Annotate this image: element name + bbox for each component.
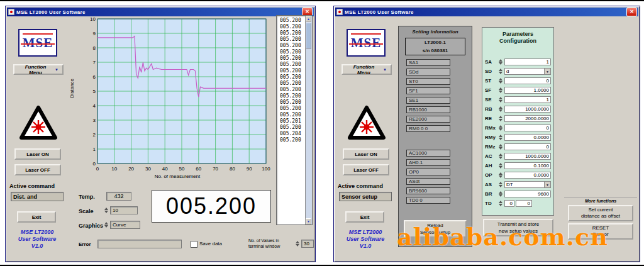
spin-down-icon[interactable] <box>499 109 502 112</box>
scrollbar[interactable]: ▲ ▼ <box>305 16 312 224</box>
spinner-control[interactable] <box>498 78 503 84</box>
terminal-count-stepper[interactable]: 30 <box>295 240 314 248</box>
spin-up-icon[interactable] <box>499 125 502 128</box>
error-field[interactable] <box>97 240 182 248</box>
function-menu-button[interactable]: Function Menu ▼ <box>13 64 64 75</box>
param-dropdown[interactable]: d▼ <box>504 68 551 75</box>
function-menu-button[interactable]: Function Menu ▼ <box>341 64 392 75</box>
spinner-control[interactable] <box>498 69 503 74</box>
spin-down-icon[interactable] <box>499 138 502 140</box>
spinner-control[interactable] <box>498 135 503 140</box>
set-offset-button[interactable]: Set current distance as offset <box>568 205 633 221</box>
spinner-control[interactable] <box>498 153 503 159</box>
param-field[interactable]: 0 <box>516 200 532 207</box>
param-field[interactable]: 1000.0000 <box>504 106 551 113</box>
param-field[interactable]: 1000.0000 <box>504 153 551 160</box>
spinner-control[interactable] <box>104 208 109 213</box>
param-field[interactable]: 0 <box>504 143 551 150</box>
graphics-stepper[interactable]: Curve <box>104 221 140 229</box>
spin-down-icon[interactable] <box>499 175 502 178</box>
scrollbar-thumb[interactable] <box>306 23 311 49</box>
spin-up-icon[interactable] <box>499 135 502 137</box>
spinner-control[interactable] <box>498 59 503 65</box>
spin-up-icon[interactable] <box>296 241 299 243</box>
spin-down-icon[interactable] <box>499 72 502 74</box>
spin-down-icon[interactable] <box>499 119 502 121</box>
spin-down-icon[interactable] <box>499 100 502 103</box>
spinner-control[interactable] <box>498 144 503 150</box>
spin-down-icon[interactable] <box>499 128 502 131</box>
spinner-control[interactable] <box>498 116 503 121</box>
spin-down-icon[interactable] <box>499 147 502 150</box>
save-data-checkbox[interactable] <box>191 241 197 248</box>
spinner-control[interactable] <box>498 125 503 131</box>
spin-down-icon[interactable] <box>296 244 299 247</box>
spin-up-icon[interactable] <box>499 97 502 99</box>
spin-up-icon[interactable] <box>499 87 502 90</box>
param-field[interactable]: 0.0000 <box>504 134 551 141</box>
scale-value[interactable]: 10 <box>110 206 138 214</box>
spin-up-icon[interactable] <box>104 208 108 210</box>
spinner-control[interactable] <box>498 191 503 197</box>
spin-up-icon[interactable] <box>499 172 502 175</box>
spin-up-icon[interactable] <box>499 153 502 156</box>
spin-down-icon[interactable] <box>104 225 108 228</box>
laser-on-button[interactable]: Laser ON <box>343 148 389 160</box>
scroll-up-icon[interactable]: ▲ <box>306 16 311 22</box>
reload-sensor-setup-button[interactable]: Reload Sensor Setup <box>404 220 467 238</box>
spin-up-icon[interactable] <box>499 106 502 109</box>
spin-up-icon[interactable] <box>499 144 502 147</box>
param-field[interactable]: 9600 <box>504 191 551 197</box>
spinner-control[interactable] <box>498 87 503 93</box>
spin-up-icon[interactable] <box>499 116 502 118</box>
spin-up-icon[interactable] <box>499 69 502 71</box>
close-icon[interactable]: ✕ <box>626 8 637 16</box>
param-field[interactable]: 0.0000 <box>504 172 551 179</box>
spin-down-icon[interactable] <box>499 91 502 93</box>
spin-up-icon[interactable] <box>499 78 502 80</box>
param-field[interactable]: 0 <box>504 125 551 131</box>
spin-up-icon[interactable] <box>499 191 502 194</box>
param-field[interactable]: 2000.0000 <box>504 115 551 122</box>
spin-up-icon[interactable] <box>499 59 502 62</box>
spinner-control[interactable] <box>498 97 503 103</box>
title-bar[interactable]: MSE LT2000 User Software ✕ <box>335 8 638 16</box>
spin-up-icon[interactable] <box>499 201 502 203</box>
laser-on-button[interactable]: Laser ON <box>14 148 61 160</box>
scale-stepper[interactable]: 10 <box>104 206 138 214</box>
param-field[interactable]: 0 <box>504 200 514 207</box>
transmit-button[interactable]: Transmit and store new setup values <box>483 219 553 236</box>
reset-sensor-button[interactable]: RESET Sensor <box>568 223 633 240</box>
spin-down-icon[interactable] <box>499 166 502 169</box>
spinner-control[interactable] <box>498 106 503 112</box>
param-field[interactable]: 0.1000 <box>504 162 551 169</box>
spinner-control[interactable] <box>295 241 300 247</box>
spin-down-icon[interactable] <box>499 157 502 159</box>
param-field[interactable]: 0 <box>504 77 551 84</box>
spin-down-icon[interactable] <box>499 62 502 65</box>
param-dropdown[interactable]: DT▼ <box>504 181 551 188</box>
spin-down-icon[interactable] <box>104 211 108 213</box>
exit-button[interactable]: Exit <box>345 211 384 223</box>
laser-off-button[interactable]: Laser OFF <box>14 164 61 175</box>
dropdown-arrow-icon[interactable]: ▼ <box>544 69 550 74</box>
spinner-control[interactable] <box>498 201 503 206</box>
param-field[interactable]: 1 <box>504 96 551 103</box>
scroll-down-icon[interactable]: ▼ <box>306 218 311 224</box>
spinner-control[interactable] <box>498 182 503 187</box>
spin-down-icon[interactable] <box>499 81 502 84</box>
spin-up-icon[interactable] <box>499 163 502 165</box>
spin-down-icon[interactable] <box>499 194 502 197</box>
graphics-value[interactable]: Curve <box>110 221 140 229</box>
terminal-count-value[interactable]: 30 <box>301 240 314 248</box>
spin-up-icon[interactable] <box>104 222 108 224</box>
param-field[interactable]: 1 <box>504 58 551 65</box>
spin-down-icon[interactable] <box>499 204 502 206</box>
param-field[interactable]: 1.0000 <box>504 87 551 94</box>
spinner-control[interactable] <box>104 222 109 228</box>
dropdown-arrow-icon[interactable]: ▼ <box>544 182 550 187</box>
spinner-control[interactable] <box>498 172 503 178</box>
spinner-control[interactable] <box>498 163 503 169</box>
spin-up-icon[interactable] <box>499 182 502 184</box>
exit-button[interactable]: Exit <box>17 211 56 223</box>
